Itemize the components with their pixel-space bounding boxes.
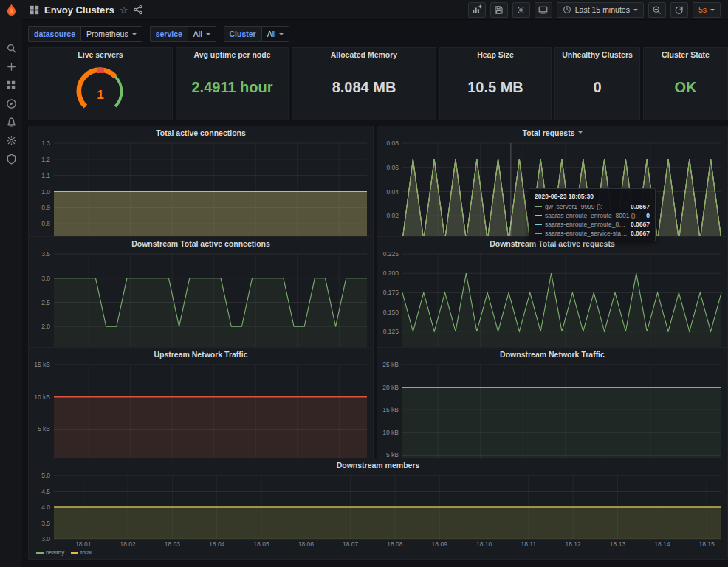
chart-downstream-members[interactable]: 3.03.54.04.55.018:0118:0218:0318:0418:05… (29, 471, 727, 549)
filter-label: service (150, 26, 188, 42)
sidebar-item-explore[interactable] (0, 94, 22, 112)
refresh-interval-label: 5s (698, 5, 707, 14)
save-dashboard-button[interactable] (490, 2, 508, 18)
cycle-view-button[interactable] (535, 2, 552, 18)
chevron-down-icon (710, 9, 715, 11)
stat-value: 0 (555, 61, 639, 120)
panel-heap-size: Heap Size 10.5 MB (439, 47, 552, 120)
panel-title[interactable]: Downstream Total active connections (29, 237, 373, 250)
svg-text:18:13: 18:13 (610, 540, 626, 548)
share-button[interactable] (133, 4, 143, 15)
share-icon (133, 4, 143, 15)
panel-live-servers: Live servers 1 (28, 47, 173, 120)
svg-text:0.200: 0.200 (383, 269, 399, 277)
panel-menu-caret-icon[interactable] (578, 131, 583, 134)
svg-text:4.0: 4.0 (41, 504, 50, 511)
legend-item[interactable]: healthy (36, 549, 64, 557)
panel-unhealthy-clusters: Unhealthy Clusters 0 (554, 47, 640, 120)
refresh-interval-button[interactable]: 5s (693, 2, 721, 18)
panel-downstream-members: Downstream members 3.03.54.04.55.018:011… (28, 458, 728, 560)
svg-text:25 kB: 25 kB (382, 361, 399, 368)
svg-text:0.175: 0.175 (383, 289, 399, 296)
svg-text:0.08: 0.08 (386, 140, 399, 147)
time-range-button[interactable]: Last 15 minutes (557, 2, 644, 18)
filter-cluster: Cluster All (224, 26, 290, 42)
save-icon (494, 5, 504, 15)
panel-title[interactable]: Upstream Network Traffic (29, 348, 373, 360)
refresh-icon (674, 5, 684, 15)
svg-text:18:03: 18:03 (165, 540, 181, 548)
dashboard-content: datasource Prometheus service All Cluste… (22, 20, 728, 560)
search-icon (6, 43, 17, 54)
gauge-value: 1 (97, 88, 104, 102)
add-panel-button[interactable] (468, 2, 486, 18)
svg-text:2.0: 2.0 (41, 323, 50, 330)
chart-row-2: Downstream Total active connections 1.52… (28, 236, 728, 342)
svg-text:2.5: 2.5 (41, 299, 50, 306)
dashboard-settings-button[interactable] (512, 2, 530, 18)
panel-title[interactable]: Total requests (377, 126, 727, 139)
zoom-out-button[interactable] (648, 2, 666, 18)
panel-title[interactable]: Total active connections (29, 126, 373, 139)
filter-value-dropdown[interactable]: All (261, 26, 290, 42)
svg-text:18:12: 18:12 (566, 540, 582, 548)
svg-text:18:15: 18:15 (698, 540, 715, 548)
sidebar (0, 0, 22, 567)
svg-text:10 kB: 10 kB (34, 394, 50, 401)
topbar-actions: Last 15 minutes 5s (468, 2, 721, 18)
svg-text:20 kB: 20 kB (382, 384, 399, 391)
svg-text:4.5: 4.5 (41, 488, 50, 495)
sidebar-item-server-admin[interactable] (0, 150, 22, 168)
chart-upstream-network-traffic[interactable]: 0 B5 kB10 kB15 kB18:0218:0418:0618:0818:… (29, 360, 373, 471)
legend-item[interactable]: total (71, 549, 92, 557)
chart-total-active-connections[interactable]: 0.70.80.91.01.11.21.318:0218:0418:0618:0… (29, 139, 373, 250)
stats-row: Live servers 1 Avg uptime per node 2.491… (28, 47, 728, 120)
svg-text:18:14: 18:14 (654, 540, 670, 548)
chart-downstream-active-connections[interactable]: 1.52.02.53.03.518:0218:0418:0618:0818:10… (29, 250, 373, 360)
svg-text:18:02: 18:02 (120, 540, 136, 548)
panel-title[interactable]: Unhealthy Clusters (555, 48, 639, 61)
panel-title[interactable]: Heap Size (440, 48, 551, 61)
sidebar-item-configuration[interactable] (0, 131, 22, 149)
sidebar-item-search[interactable] (0, 39, 22, 57)
compass-icon (6, 98, 17, 109)
filter-value-dropdown[interactable]: All (188, 26, 216, 42)
tooltip-row: gw_server1_9999 ():0.0667 (535, 202, 650, 211)
filter-bar: datasource Prometheus service All Cluste… (28, 25, 728, 43)
chart-row-3: Upstream Network Traffic 0 B5 kB10 kB15 … (28, 347, 728, 453)
gear-icon (516, 5, 526, 15)
chart-row-1: Total active connections 0.70.80.91.01.1… (28, 126, 728, 231)
chevron-down-icon (206, 33, 210, 35)
panel-avg-uptime: Avg uptime per node 2.4911 hour (176, 47, 289, 120)
plus-icon (6, 61, 17, 72)
stat-value: OK (644, 61, 727, 120)
panel-title[interactable]: Downstream Network Traffic (377, 348, 727, 360)
sidebar-item-create[interactable] (0, 58, 22, 75)
grafana-logo[interactable] (0, 0, 22, 20)
add-panel-icon (472, 4, 482, 15)
panel-title[interactable]: Live servers (29, 48, 172, 61)
chart-legend: healthytotal (29, 549, 727, 559)
dashboard-icon (30, 5, 39, 15)
svg-text:18:06: 18:06 (298, 540, 315, 548)
chevron-down-icon (132, 33, 137, 35)
star-icon[interactable]: ☆ (120, 5, 128, 15)
sidebar-item-dashboards[interactable] (0, 76, 22, 94)
svg-text:3.5: 3.5 (41, 520, 50, 527)
legend-series-label: total (80, 549, 92, 557)
sidebar-item-alerting[interactable] (0, 113, 22, 131)
tooltip-time: 2020-06-23 18:05:30 (535, 192, 650, 201)
chart-downstream-active-requests[interactable]: 0.1000.1250.1500.1750.2000.22518:0218:04… (377, 250, 727, 360)
panel-cluster-state: Cluster State OK (643, 47, 728, 120)
svg-text:18:09: 18:09 (432, 540, 448, 548)
live-servers-gauge: 1 (55, 62, 146, 118)
panel-title[interactable]: Avg uptime per node (176, 48, 288, 61)
filter-value-dropdown[interactable]: Prometheus (80, 26, 142, 42)
gauge-wrap: 1 (29, 61, 172, 120)
panel-title[interactable]: Cluster State (644, 48, 727, 61)
legend-series-label: healthy (46, 549, 64, 557)
svg-text:1.2: 1.2 (41, 156, 50, 163)
refresh-button[interactable] (670, 2, 688, 18)
panel-title[interactable]: Allocated Memory (292, 48, 436, 61)
panel-title[interactable]: Downstream members (29, 458, 727, 471)
